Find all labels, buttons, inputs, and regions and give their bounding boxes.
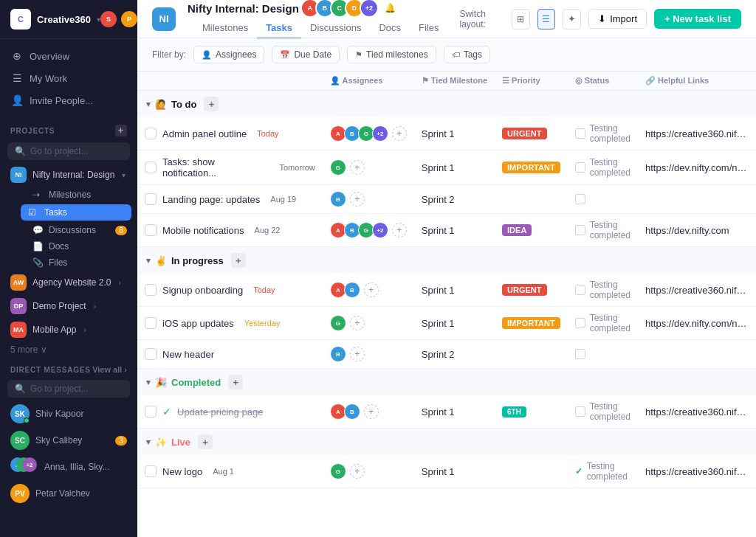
discussions-label: Discussions [49,225,96,235]
sparkle-button[interactable]: ✦ [563,9,581,30]
task-body: ▾ 🙋 To do + Admin panel outline Today AB… [137,91,756,488]
filter-due-date[interactable]: 📅 Due Date [272,46,340,63]
tab-discussions[interactable]: Discussions [301,18,370,39]
tab-milestones[interactable]: Milestones [193,18,257,39]
sidebar-item-overview[interactable]: ⊕ Overview [0,45,137,67]
dm-item-sky[interactable]: SC Sky Calibey 3 [0,427,137,454]
sidebar-item-docs[interactable]: 📄 Docs [0,238,137,254]
dm-search[interactable]: 🔍 Go to project... [7,380,130,398]
link-td[interactable] [638,340,756,369]
status-checkbox[interactable] [575,162,585,173]
show-more-projects[interactable]: 5 more ∨ [0,342,137,358]
task-checkbox[interactable] [145,162,157,173]
link-td[interactable]: https://creative360.nifty.pm/... [638,395,756,429]
project-badge-ni: NI [10,167,27,183]
priority-td: IDEA [495,214,568,247]
task-checkbox[interactable] [145,284,157,296]
filter-tags[interactable]: 🏷 Tags [444,46,490,63]
project-item-dp[interactable]: DP Demo Project › [0,294,137,318]
link-td[interactable]: https://creative360.nifty.pm/... [638,117,756,150]
add-assignee-btn[interactable]: + [364,283,379,297]
mini-avatar: G [330,159,346,176]
tab-tasks[interactable]: Tasks [257,18,301,39]
link-td[interactable]: https://dev.nifty.com [638,214,756,247]
section-add-todo[interactable]: + [204,97,219,111]
add-assignee-btn[interactable]: + [350,347,365,361]
project-item-ni[interactable]: NI Nifty Internal: Design ▾ [0,163,137,187]
sidebar-logo[interactable]: C Creative360 ▾ [10,9,100,30]
dm-item-group[interactable]: A I +2 Anna, Illia, Sky... [0,454,137,480]
files-label: Files [49,257,67,268]
section-add-live[interactable]: + [198,434,213,449]
tab-docs[interactable]: Docs [370,18,410,39]
link-td[interactable]: https://creative360.nifty.pm/... [638,274,756,307]
app-logo-icon: C [10,9,31,30]
add-project-button[interactable]: + [115,125,127,136]
milestone-td: Sprint 2 [414,185,495,214]
task-checkbox[interactable] [145,193,157,205]
sidebar-item-discussions[interactable]: 💬 Discussions 8 [0,222,137,238]
sidebar-item-my-work[interactable]: ☰ My Work [0,67,137,89]
priority-td [495,340,568,369]
status-checkbox[interactable] [575,349,585,359]
status-checkbox[interactable] [575,318,585,328]
my-work-label: My Work [30,73,67,84]
status-checkbox[interactable] [575,225,585,235]
task-checkbox[interactable] [145,128,157,139]
project-item-aw[interactable]: AW Agency Website 2.0 › [0,271,137,294]
layout-grid-button[interactable]: ⊞ [512,9,530,30]
link-td[interactable] [638,185,756,214]
add-assignee-btn[interactable]: + [350,192,365,207]
task-checkbox[interactable] [145,317,157,329]
filter-assignees[interactable]: 👤 Assignees [193,46,264,63]
filter-tied-milestones[interactable]: ⚑ Tied milestones [347,46,436,63]
task-cell: Admin panel outline Today [137,117,323,150]
status-cell: Testing completed [575,123,630,144]
section-add-completed[interactable]: + [228,375,243,389]
add-assignee-btn[interactable]: + [392,223,407,238]
sidebar-item-invite[interactable]: 👤 Invite People... [0,89,137,111]
status-checkbox[interactable] [575,128,585,139]
task-checkbox[interactable] [145,465,157,477]
add-assignee-btn[interactable]: + [350,316,365,330]
link-td[interactable]: https://dev.nifty.com/notifs2... [638,150,756,185]
project-search[interactable]: 🔍 Go to project... [7,142,130,160]
view-all-dm[interactable]: View all › [92,365,127,374]
dm-avatar-petar: PV [10,484,30,503]
project-chevron-dp: › [94,302,96,311]
sidebar-item-tasks[interactable]: ☑ Tasks [21,204,131,221]
sidebar-item-files[interactable]: 📎 Files [0,254,137,271]
add-assignee-btn[interactable]: + [392,126,407,141]
task-checkbox[interactable] [145,406,157,418]
task-cell: Tasks: show notification... Tomorrow [137,150,323,185]
layout-list-button[interactable]: ☰ [537,9,556,30]
new-task-list-button[interactable]: + New task list [654,9,741,29]
dm-name-group: Anna, Illia, Sky... [44,462,109,472]
add-assignee-btn[interactable]: + [350,160,365,175]
status-td: Testing completed [568,395,638,429]
assignees-td: AB+ [323,395,414,429]
project-item-ma[interactable]: MA Mobile App › [0,318,137,342]
tab-files[interactable]: Files [410,18,447,39]
status-checkbox[interactable] [575,406,585,417]
dm-item-shiv[interactable]: SK Shiv Kapoor [0,401,137,427]
project-chevron-ni: ▾ [122,171,126,179]
sidebar-item-milestones[interactable]: ⇢ Milestones [0,187,137,203]
task-checkbox[interactable] [145,224,157,236]
status-checkbox[interactable] [575,285,585,295]
section-label-completed: Completed [171,377,221,388]
link-td[interactable]: https://creative360.nifty.pm/... [638,455,756,488]
my-work-icon: ☰ [10,72,24,84]
link-td[interactable]: https://dev.nifty.com/notifs2... [638,307,756,340]
section-toggle-live[interactable]: ▾ [146,437,151,447]
status-checkbox[interactable] [575,194,585,204]
section-toggle-todo[interactable]: ▾ [146,100,151,109]
task-checkbox[interactable] [145,348,157,360]
add-assignee-btn[interactable]: + [350,464,365,479]
section-toggle-completed[interactable]: ▾ [146,378,151,387]
dm-item-petar[interactable]: PV Petar Valchev [0,480,137,507]
section-add-inprogress[interactable]: + [231,253,246,268]
add-assignee-btn[interactable]: + [364,404,379,419]
section-toggle-inprogress[interactable]: ▾ [146,256,151,266]
import-button[interactable]: ⬇ Import [588,9,647,29]
